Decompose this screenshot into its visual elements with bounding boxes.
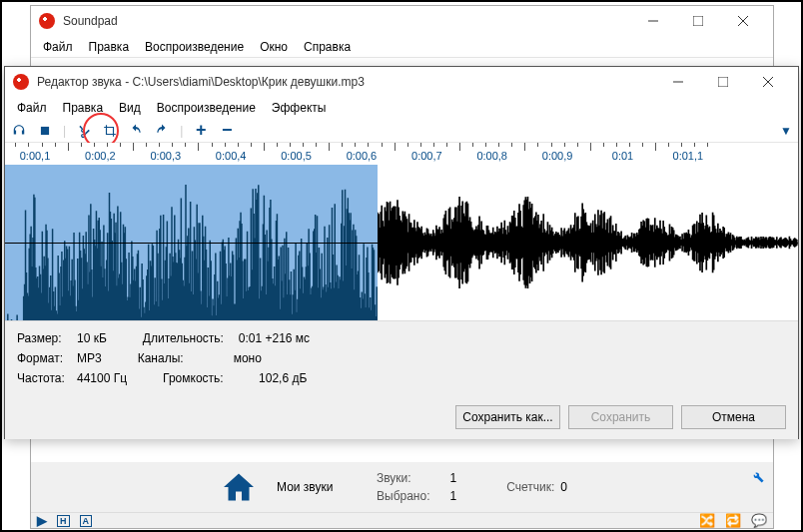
counter-value: 0 <box>560 480 567 494</box>
menu-file[interactable]: Файл <box>9 98 55 118</box>
menu-file[interactable]: Файл <box>35 37 81 57</box>
duration-value: 0:01 +216 мс <box>239 331 310 345</box>
zoom-out-icon[interactable]: − <box>219 123 235 139</box>
volume-label: Громкость: <box>163 371 253 385</box>
menu-edit[interactable]: Правка <box>81 37 138 57</box>
menu-window[interactable]: Окно <box>252 37 296 57</box>
menubar: Файл Правка Воспроизведение Окно Справка <box>31 36 773 58</box>
save-button[interactable]: Сохранить <box>568 405 673 429</box>
format-label: Формат: <box>17 351 71 365</box>
window-controls <box>630 7 765 35</box>
svg-rect-0 <box>693 16 703 26</box>
sound-editor-window: Редактор звука - C:\Users\diami\Desktop\… <box>4 66 799 439</box>
menu-playback[interactable]: Воспроизведение <box>149 98 264 118</box>
zoom-in-icon[interactable]: + <box>193 123 209 139</box>
redo-icon[interactable] <box>154 123 170 139</box>
svg-rect-1 <box>718 77 728 87</box>
wrench-icon[interactable] <box>749 468 765 484</box>
button-row: Сохранить как... Сохранить Отмена <box>5 395 798 439</box>
duration-label: Длительность: <box>143 331 233 345</box>
menu-playback[interactable]: Воспроизведение <box>137 37 252 57</box>
menu-view[interactable]: Вид <box>111 98 149 118</box>
sound-list-row: Мои звуки Звуки: Выбрано: 1 1 Счетчик:0 <box>31 462 773 512</box>
editor-menubar: Файл Правка Вид Воспроизведение Эффекты <box>5 97 798 119</box>
volume-value: 102,6 дБ <box>259 371 307 385</box>
titlebar: Soundpad <box>31 6 773 36</box>
maximize-button[interactable] <box>700 68 745 96</box>
window-title: Soundpad <box>63 14 630 28</box>
shuffle-icon[interactable]: 🔀 <box>699 513 715 528</box>
close-button[interactable] <box>720 7 765 35</box>
undo-icon[interactable] <box>128 123 144 139</box>
menu-edit[interactable]: Правка <box>55 98 112 118</box>
play-icon[interactable]: ▶ <box>37 513 47 528</box>
channels-label: Каналы: <box>138 351 228 365</box>
a-button[interactable]: A <box>80 515 93 527</box>
headphones-icon[interactable] <box>11 123 27 139</box>
dropdown-icon[interactable]: ▼ <box>780 124 792 138</box>
zero-line <box>5 243 798 244</box>
maximize-button[interactable] <box>675 7 720 35</box>
minimize-button[interactable] <box>630 7 675 35</box>
stop-icon[interactable] <box>37 123 53 139</box>
info-panel: Размер: 10 кБ Длительность: 0:01 +216 мс… <box>5 320 798 395</box>
size-value: 10 кБ <box>77 331 107 345</box>
freq-value: 44100 Гц <box>77 371 127 385</box>
selected-label: Выбрано: <box>377 489 429 503</box>
app-logo-icon <box>39 13 55 29</box>
save-as-button[interactable]: Сохранить как... <box>455 405 560 429</box>
channels-value: моно <box>234 351 262 365</box>
waveform-area[interactable] <box>5 165 798 320</box>
close-button[interactable] <box>745 68 790 96</box>
minimize-button[interactable] <box>655 68 700 96</box>
size-label: Размер: <box>17 331 71 345</box>
timeline[interactable]: 0:00,10:00,20:00,30:00,40:00,50:00,60:00… <box>5 143 798 165</box>
app-logo-icon <box>13 74 29 90</box>
menu-effects[interactable]: Эффекты <box>264 98 335 118</box>
svg-rect-2 <box>41 126 49 134</box>
format-value: MP3 <box>77 351 102 365</box>
menu-help[interactable]: Справка <box>296 37 359 57</box>
h-button[interactable]: H <box>57 515 70 527</box>
cut-icon[interactable] <box>76 123 92 139</box>
comment-icon[interactable]: 💬 <box>751 513 767 528</box>
counter-label: Счетчик: <box>506 480 554 494</box>
cancel-button[interactable]: Отмена <box>681 405 786 429</box>
sounds-value: 1 <box>449 471 456 485</box>
repeat-icon[interactable]: 🔁 <box>725 513 741 528</box>
playbar: ▶ H A 🔀 🔁 💬 <box>31 512 773 528</box>
sounds-label: Звуки: <box>377 471 411 485</box>
home-label: Мои звуки <box>277 480 357 494</box>
freq-label: Частота: <box>17 371 71 385</box>
crop-icon[interactable] <box>102 123 118 139</box>
editor-title: Редактор звука - C:\Users\diami\Desktop\… <box>37 75 655 89</box>
toolbar: | | + − ▼ <box>5 119 798 143</box>
home-icon <box>221 469 257 505</box>
editor-titlebar: Редактор звука - C:\Users\diami\Desktop\… <box>5 67 798 97</box>
selected-value: 1 <box>449 489 456 503</box>
